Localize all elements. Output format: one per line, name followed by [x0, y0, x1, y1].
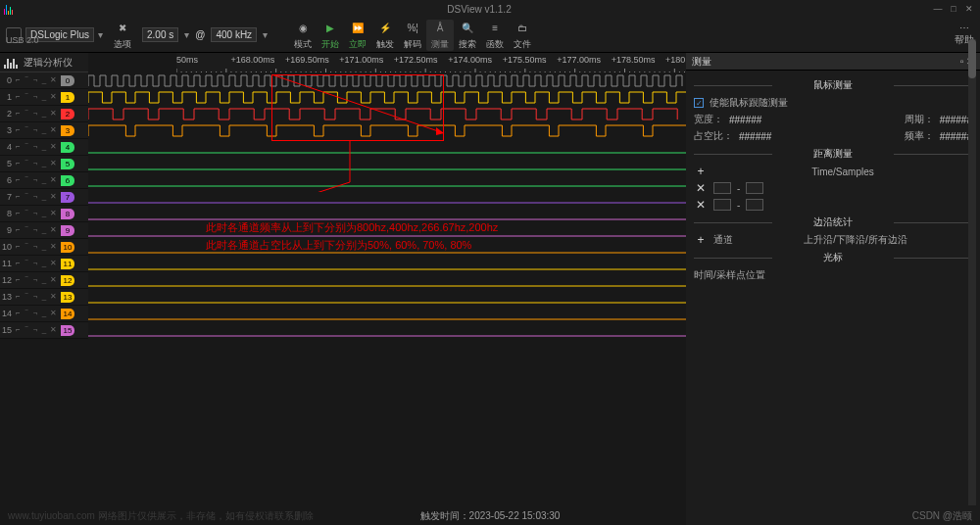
falling-edge-icon[interactable]: ¬ — [31, 326, 39, 334]
x-icon[interactable]: ✕ — [49, 193, 57, 201]
rising-edge-icon[interactable]: ⌐ — [14, 310, 22, 317]
channel-badge[interactable]: 5 — [61, 159, 74, 169]
function-button[interactable]: ≡函数 — [481, 20, 509, 51]
high-icon[interactable]: ‾ — [23, 143, 30, 151]
low-icon[interactable]: _ — [40, 193, 48, 201]
high-icon[interactable]: ‾ — [23, 310, 30, 317]
low-icon[interactable]: _ — [40, 226, 48, 234]
rising-edge-icon[interactable]: ⌐ — [14, 243, 22, 251]
high-icon[interactable]: ‾ — [23, 226, 30, 234]
rising-edge-icon[interactable]: ⌐ — [14, 160, 22, 167]
x-icon[interactable]: ✕ — [49, 276, 57, 284]
falling-edge-icon[interactable]: ¬ — [31, 193, 39, 201]
time-ruler[interactable]: 50ms+168.00ms+169.50ms+171.00ms+172.50ms… — [176, 53, 686, 72]
high-icon[interactable]: ‾ — [23, 176, 30, 184]
rising-edge-icon[interactable]: ⌐ — [14, 143, 22, 151]
channel-badge[interactable]: 12 — [61, 275, 74, 286]
falling-edge-icon[interactable]: ¬ — [31, 276, 39, 284]
rising-edge-icon[interactable]: ⌐ — [14, 210, 22, 217]
rising-edge-icon[interactable]: ⌐ — [14, 276, 22, 284]
low-icon[interactable]: _ — [40, 176, 48, 184]
falling-edge-icon[interactable]: ¬ — [31, 293, 39, 301]
falling-edge-icon[interactable]: ¬ — [31, 210, 39, 217]
x-icon[interactable]: ✕ — [49, 293, 57, 301]
start-button[interactable]: ▶开始 — [317, 20, 344, 51]
duration-select[interactable]: 2.00 s — [142, 27, 178, 42]
high-icon[interactable]: ‾ — [23, 260, 30, 267]
panel-scrollbar[interactable] — [968, 39, 976, 505]
x-icon[interactable]: ✕ — [49, 93, 57, 101]
falling-edge-icon[interactable]: ¬ — [31, 226, 39, 234]
channel-badge[interactable]: 11 — [61, 259, 74, 269]
rising-edge-icon[interactable]: ⌐ — [14, 226, 22, 234]
rate-select[interactable]: 400 kHz — [211, 27, 257, 42]
high-icon[interactable]: ‾ — [23, 126, 30, 134]
instant-button[interactable]: ⏩立即 — [344, 20, 371, 51]
low-icon[interactable]: _ — [40, 276, 48, 284]
x-icon[interactable]: ✕ — [49, 226, 57, 234]
rising-edge-icon[interactable]: ⌐ — [14, 193, 22, 201]
rising-edge-icon[interactable]: ⌐ — [14, 126, 22, 134]
x-icon[interactable]: ✕ — [49, 126, 57, 134]
channel-badge[interactable]: 8 — [61, 209, 74, 219]
falling-edge-icon[interactable]: ¬ — [31, 176, 39, 184]
falling-edge-icon[interactable]: ¬ — [31, 110, 39, 118]
low-icon[interactable]: _ — [40, 126, 48, 134]
channel-badge[interactable]: 1 — [61, 92, 74, 103]
add-edge-button[interactable]: + — [694, 233, 708, 247]
mode-button[interactable]: ◉模式 — [289, 20, 317, 51]
channel-badge[interactable]: 0 — [61, 75, 74, 86]
file-button[interactable]: 🗀文件 — [509, 20, 536, 51]
falling-edge-icon[interactable]: ¬ — [31, 310, 39, 317]
rising-edge-icon[interactable]: ⌐ — [14, 326, 22, 334]
falling-edge-icon[interactable]: ¬ — [31, 126, 39, 134]
high-icon[interactable]: ‾ — [23, 210, 30, 217]
high-icon[interactable]: ‾ — [23, 276, 30, 284]
high-icon[interactable]: ‾ — [23, 160, 30, 167]
low-icon[interactable]: _ — [40, 110, 48, 118]
remove-distance-button-2[interactable]: ✕ — [694, 198, 708, 212]
high-icon[interactable]: ‾ — [23, 243, 30, 251]
trigger-button[interactable]: ⚡触发 — [371, 20, 399, 51]
falling-edge-icon[interactable]: ¬ — [31, 76, 39, 84]
minimize-button[interactable]: — — [931, 4, 945, 14]
high-icon[interactable]: ‾ — [23, 326, 30, 334]
channel-badge[interactable]: 7 — [61, 192, 74, 203]
add-distance-button[interactable]: + — [694, 165, 708, 178]
falling-edge-icon[interactable]: ¬ — [31, 93, 39, 101]
waveform-area[interactable]: 逻辑分析仪 50ms+168.00ms+169.50ms+171.00ms+17… — [0, 53, 686, 525]
x-icon[interactable]: ✕ — [49, 243, 57, 251]
channel-badge[interactable]: 2 — [61, 109, 74, 119]
high-icon[interactable]: ‾ — [23, 93, 30, 101]
x-icon[interactable]: ✕ — [49, 326, 57, 334]
channel-badge[interactable]: 3 — [61, 125, 74, 136]
low-icon[interactable]: _ — [40, 326, 48, 334]
low-icon[interactable]: _ — [40, 76, 48, 84]
falling-edge-icon[interactable]: ¬ — [31, 143, 39, 151]
maximize-button[interactable]: □ — [947, 4, 960, 14]
high-icon[interactable]: ‾ — [23, 76, 30, 84]
low-icon[interactable]: _ — [40, 160, 48, 167]
falling-edge-icon[interactable]: ¬ — [31, 160, 39, 167]
low-icon[interactable]: _ — [40, 210, 48, 217]
channel-badge[interactable]: 15 — [61, 325, 74, 336]
falling-edge-icon[interactable]: ¬ — [31, 243, 39, 251]
rising-edge-icon[interactable]: ⌐ — [14, 110, 22, 118]
rising-edge-icon[interactable]: ⌐ — [14, 76, 22, 84]
low-icon[interactable]: _ — [40, 243, 48, 251]
x-icon[interactable]: ✕ — [49, 210, 57, 217]
panel-tab-measure[interactable]: 测量 ▫ ✕ — [686, 53, 980, 71]
x-icon[interactable]: ✕ — [49, 110, 57, 118]
x-icon[interactable]: ✕ — [49, 260, 57, 267]
x-icon[interactable]: ✕ — [49, 176, 57, 184]
rising-edge-icon[interactable]: ⌐ — [14, 293, 22, 301]
search-button[interactable]: 🔍搜索 — [454, 20, 481, 51]
channel-badge[interactable]: 13 — [61, 292, 74, 303]
enable-mouse-checkbox[interactable]: ✓ — [694, 98, 704, 108]
measure-button[interactable]: Å测量 — [426, 20, 454, 51]
rising-edge-icon[interactable]: ⌐ — [14, 176, 22, 184]
high-icon[interactable]: ‾ — [23, 293, 30, 301]
low-icon[interactable]: _ — [40, 293, 48, 301]
channel-badge[interactable]: 4 — [61, 142, 74, 153]
channel-badge[interactable]: 9 — [61, 225, 74, 236]
